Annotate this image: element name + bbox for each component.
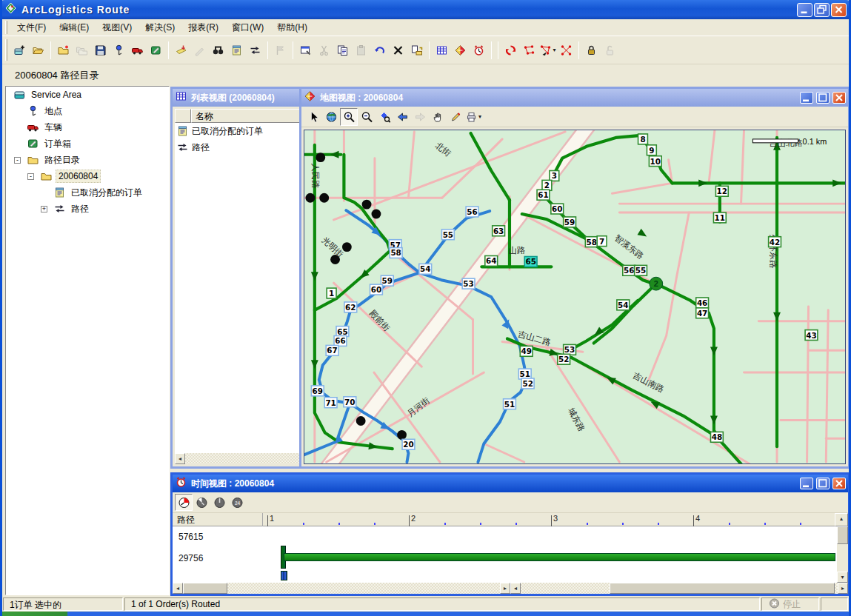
tree-item-20060804[interactable]: -20060804 xyxy=(6,168,169,184)
svg-text:58: 58 xyxy=(390,248,401,257)
clock-24-button[interactable]: 24 xyxy=(228,494,246,511)
ruler-minor-tick xyxy=(729,523,730,525)
map-view-button[interactable] xyxy=(451,41,470,59)
solve-route-button[interactable] xyxy=(501,41,520,59)
time-minimize-button[interactable] xyxy=(800,478,813,489)
menu-item-2[interactable]: 编辑(E) xyxy=(53,19,96,36)
menu-item-3[interactable]: 视图(V) xyxy=(96,19,139,36)
tree-item-已取消分配的订单[interactable]: 已取消分配的订单 xyxy=(6,184,169,201)
tree-item-订单箱[interactable]: 订单箱 xyxy=(6,135,169,152)
assign-net-button[interactable]: ▾ xyxy=(538,41,557,59)
tree-item-label: Service Area xyxy=(29,89,84,101)
route-gantt-bar[interactable] xyxy=(284,553,835,561)
map-maximize-button[interactable] xyxy=(816,92,830,104)
globe-button[interactable] xyxy=(322,108,340,126)
label-scroll-left-button[interactable]: ◂ xyxy=(173,583,183,594)
time-close-button[interactable] xyxy=(832,478,846,489)
map-window-titlebar[interactable]: 地图视图 : 20060804 xyxy=(301,89,848,107)
select-arrow-button[interactable] xyxy=(304,108,322,126)
menu-handle[interactable] xyxy=(5,21,7,34)
map-minimize-button[interactable] xyxy=(800,92,813,104)
map-close-button[interactable] xyxy=(832,92,846,104)
menu-item-4[interactable]: 解决(S) xyxy=(139,19,181,36)
label-scroll-track[interactable] xyxy=(183,583,500,594)
zoom-box-button[interactable] xyxy=(376,108,393,126)
ruler-scroll-up-button[interactable]: ▴ xyxy=(835,513,848,526)
time-scroll-track[interactable] xyxy=(521,583,838,594)
gantt-content[interactable]: ▾ 5761529756 xyxy=(173,526,848,583)
new-folder-button[interactable] xyxy=(54,41,73,59)
undo-button[interactable] xyxy=(370,41,389,59)
menu-item-6[interactable]: 窗口(W) xyxy=(225,19,270,36)
zoom-out-button[interactable] xyxy=(358,108,376,126)
label-scroll-thumb[interactable] xyxy=(183,583,227,594)
map-canvas[interactable]: 北街人民路光明街山路吉山北路外环东路智溪东路殿前街月河街吉山二路吉山南路城东路8… xyxy=(304,130,846,464)
taskbar-sliver[interactable] xyxy=(0,612,851,616)
clock-hand-button[interactable] xyxy=(210,494,228,511)
back-arrow-button[interactable] xyxy=(393,108,411,126)
collapse-icon[interactable]: - xyxy=(27,173,34,180)
toolbar-handle[interactable] xyxy=(5,39,7,61)
delete-x-button[interactable] xyxy=(389,41,407,59)
time-window-titlebar[interactable]: 时间视图 : 20060804 xyxy=(173,475,848,492)
copy-button[interactable] xyxy=(333,41,352,59)
route-arrows-button[interactable] xyxy=(246,41,264,59)
scroll-left-button[interactable]: ◂ xyxy=(175,453,185,464)
title-bar[interactable]: ArcLogistics Route xyxy=(0,0,851,19)
open-folder-button[interactable] xyxy=(29,41,47,59)
clock-half-button[interactable] xyxy=(193,494,210,511)
vehicle-truck-button[interactable] xyxy=(128,41,147,59)
tree-item-地点[interactable]: 地点 xyxy=(6,103,169,119)
tree-item-车辆[interactable]: 车辆 xyxy=(6,119,169,135)
clock-red-button[interactable] xyxy=(175,494,193,511)
time-scroll-left-button[interactable]: ◂ xyxy=(510,583,521,594)
unassign-net-button[interactable] xyxy=(557,41,575,59)
route-column-header[interactable]: 路径 xyxy=(173,513,263,526)
lock-button[interactable] xyxy=(582,41,601,59)
time-scroll-thumb[interactable] xyxy=(610,583,835,594)
list-view-button[interactable] xyxy=(433,41,451,59)
pan-hand-button[interactable] xyxy=(429,108,447,126)
close-button[interactable] xyxy=(831,3,847,17)
collapse-icon[interactable]: - xyxy=(14,157,21,164)
toolbar-separator xyxy=(498,41,498,59)
vscroll-thumb[interactable] xyxy=(837,526,848,544)
printer-button[interactable]: ▾ xyxy=(464,108,482,126)
scroll-down-button[interactable]: ▾ xyxy=(837,572,848,583)
folder-icon xyxy=(27,154,39,166)
properties-button[interactable] xyxy=(296,41,315,59)
location-pin-button[interactable] xyxy=(110,41,128,59)
move-page-button[interactable] xyxy=(407,41,426,59)
label-scroll-right-button[interactable]: ▸ xyxy=(500,583,510,594)
tree-item-路径[interactable]: +路径 xyxy=(6,201,169,217)
menu-item-7[interactable]: 帮助(H) xyxy=(270,19,314,36)
save-button[interactable] xyxy=(91,41,110,59)
find-binoculars-button[interactable] xyxy=(209,41,227,59)
time-view-button[interactable] xyxy=(470,41,488,59)
menu-item-1[interactable]: 文件(F) xyxy=(10,19,53,36)
pencil-button[interactable] xyxy=(447,108,464,126)
time-scroll-right-button[interactable]: ▸ xyxy=(838,583,848,594)
time-maximize-button[interactable] xyxy=(816,478,830,489)
dropdown-caret-icon[interactable]: ▾ xyxy=(553,47,555,53)
orders-pad-button[interactable] xyxy=(227,41,246,59)
restore-button[interactable] xyxy=(814,3,830,17)
expand-icon[interactable]: + xyxy=(41,206,47,212)
import-orders-button[interactable] xyxy=(172,41,190,59)
sequence-net-button[interactable] xyxy=(520,41,538,59)
time-vscrollbar[interactable]: ▾ xyxy=(837,526,848,583)
svg-text:71: 71 xyxy=(325,398,336,407)
menu-item-5[interactable]: 报表(R) xyxy=(181,19,225,36)
navigation-tree[interactable]: Service Area地点车辆订单箱-路径目录-20060804已取消分配的订… xyxy=(5,86,170,595)
order-box-button[interactable] xyxy=(147,41,165,59)
tree-item-Service Area[interactable]: Service Area xyxy=(6,87,169,103)
dropdown-caret-icon[interactable]: ▾ xyxy=(478,113,481,120)
svg-text:山路: 山路 xyxy=(508,245,525,255)
minimize-button[interactable] xyxy=(797,3,812,17)
new-project-button[interactable] xyxy=(10,41,29,59)
stop-button[interactable]: 停止 xyxy=(761,597,819,611)
time-marker[interactable] xyxy=(281,571,287,580)
zoom-in-button[interactable] xyxy=(340,108,358,126)
tree-item-路径目录[interactable]: -路径目录 xyxy=(6,152,169,168)
orders-pad-icon xyxy=(176,125,189,137)
